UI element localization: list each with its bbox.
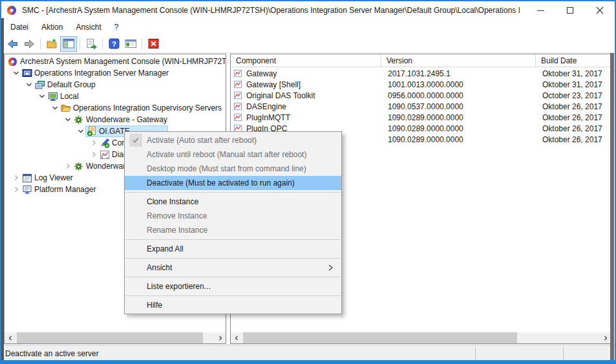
toolbar: ? [4, 35, 615, 53]
menu-item-desktop-mode: Desktop mode (Must start from command li… [125, 162, 341, 176]
list-row-gateway-shell[interactable]: Gateway [Shell] 1001.0013.0000.0000 Okto… [231, 79, 611, 90]
tree-item-root[interactable]: ArchestrA System Management Console (WIN… [5, 56, 226, 67]
status-separator [475, 347, 476, 360]
component-chart-icon [233, 113, 244, 122]
scroll-right-icon[interactable] [215, 332, 226, 343]
chevron-collapsed-icon[interactable] [89, 138, 99, 148]
console-window-button[interactable] [122, 36, 139, 52]
bottom-window-border [1, 360, 616, 364]
show-console-tree-button[interactable] [60, 36, 77, 52]
toolbar-separator [142, 38, 142, 50]
menu-item-hilfe[interactable]: Hilfe [125, 298, 341, 312]
window-title: SMC - [ArchestrA System Management Conso… [22, 6, 520, 15]
tree-item-server-manager[interactable]: Operations Integration Server Manager [5, 67, 226, 79]
menu-datei[interactable]: Datei [4, 20, 35, 34]
up-folder-icon [46, 38, 58, 50]
caption-buttons [526, 1, 615, 19]
menu-separator [125, 277, 341, 277]
tree-item-local[interactable]: Local [5, 91, 226, 102]
toolbar-separator [80, 38, 80, 50]
folder-open-icon [60, 103, 71, 113]
right-pane-horizontal-scrollbar[interactable] [231, 332, 611, 343]
toolbar-separator [102, 38, 103, 50]
close-icon [596, 6, 604, 14]
back-button[interactable] [4, 36, 21, 52]
chevron-expanded-icon[interactable] [37, 91, 47, 102]
list-row-gateway[interactable]: Gateway 2017.1031.2495.1 Oktober 31, 201… [231, 68, 611, 79]
menu-separator [125, 295, 341, 296]
tree-item-wonderware-gateway[interactable]: Wonderware - Gateway [5, 114, 226, 125]
submenu-arrow-icon [326, 263, 335, 274]
scroll-left-icon[interactable] [5, 332, 16, 343]
maximize-button[interactable] [555, 1, 585, 19]
column-header-build-date[interactable]: Build Date [536, 54, 611, 67]
column-header-component[interactable]: Component [231, 54, 381, 67]
menu-item-ansicht[interactable]: Ansicht [125, 261, 341, 275]
menu-separator [125, 239, 341, 240]
menu-aktion[interactable]: Aktion [35, 20, 69, 34]
menu-item-liste-exportieren[interactable]: Liste exportieren... [125, 279, 341, 294]
scrollbar-thumb[interactable] [243, 332, 517, 343]
left-pane-horizontal-scrollbar[interactable] [5, 332, 226, 343]
tree-item-default-group[interactable]: Default Group [5, 79, 226, 91]
export-list-icon [85, 38, 97, 50]
left-edge-strip [1, 18, 4, 363]
tree-item-supervisory-servers[interactable]: Operations Integration Supervisory Serve… [5, 102, 226, 114]
status-text: Deactivate an active server [1, 349, 99, 358]
chevron-collapsed-icon[interactable] [11, 184, 21, 195]
console-tree-icon [63, 38, 75, 49]
menu-item-deactivate[interactable]: Deactivate (Must be activated to run aga… [125, 176, 341, 190]
delete-button[interactable] [145, 36, 162, 52]
close-button[interactable] [585, 1, 615, 19]
menu-separator [125, 192, 341, 193]
gear-icon [73, 114, 84, 125]
list-row-pluginmqtt[interactable]: PlugInMQTT 1090.0289.0000.0000 Oktober 2… [231, 112, 611, 123]
computer-group-icon [34, 80, 45, 90]
minimize-button[interactable] [526, 1, 555, 19]
column-header-version[interactable]: Version [381, 54, 536, 67]
right-edge-strip [610, 53, 614, 361]
archestra-logo-icon [7, 56, 18, 67]
chevron-expanded-icon[interactable] [76, 126, 86, 136]
status-separator [563, 347, 564, 360]
server-manager-icon [21, 68, 32, 78]
smc-window: SMC - [ArchestrA System Management Conso… [0, 0, 616, 364]
chevron-collapsed-icon[interactable] [89, 149, 99, 160]
scroll-left-icon[interactable] [231, 332, 242, 343]
help-button[interactable]: ? [105, 36, 122, 52]
menu-item-clone-instance[interactable]: Clone Instance [125, 195, 341, 209]
menu-item-expand-all[interactable]: Expand All [125, 242, 341, 256]
maximize-icon [567, 7, 573, 14]
component-chart-icon [233, 69, 244, 78]
chevron-expanded-icon[interactable] [11, 68, 21, 78]
computer-icon [47, 91, 58, 102]
status-bar: Deactivate an active server [1, 345, 616, 361]
scrollbar-thumb[interactable] [17, 332, 203, 343]
menu-item-activate: Activate (Auto start after reboot) [125, 133, 341, 147]
component-chart-icon [233, 91, 244, 100]
list-row-dasengine[interactable]: DASEngine 1090.0537.0000.0000 Oktober 26… [231, 101, 611, 112]
gear-icon [73, 161, 84, 171]
list-row-original-das-toolkit[interactable]: Original DAS Toolkit 0956.0000.0000.0000… [231, 90, 611, 101]
up-one-level-button[interactable] [43, 36, 60, 52]
menu-item-rename-instance: Rename Instance [125, 223, 341, 237]
list-header: Component Version Build Date [231, 54, 611, 67]
menu-help[interactable]: ? [108, 20, 125, 34]
chevron-expanded-icon[interactable] [63, 114, 73, 125]
console-window-icon [125, 38, 137, 49]
log-viewer-icon [21, 173, 32, 183]
menu-bar: Datei Aktion Ansicht ? [4, 19, 615, 35]
export-list-button[interactable] [83, 36, 100, 52]
menu-ansicht[interactable]: Ansicht [69, 20, 107, 34]
menu-item-remove-instance: Remove Instance [125, 209, 341, 223]
chevron-collapsed-icon[interactable] [11, 173, 21, 183]
chevron-expanded-icon[interactable] [24, 80, 34, 90]
menu-item-activate-until-reboot: Activate until reboot (Manual start afte… [125, 147, 341, 162]
component-chart-icon [233, 102, 244, 111]
chevron-expanded-icon[interactable] [50, 103, 60, 113]
scroll-right-icon[interactable] [600, 332, 611, 343]
forward-button[interactable] [21, 36, 37, 52]
chevron-collapsed-icon[interactable] [63, 161, 73, 171]
svg-text:?: ? [111, 40, 116, 48]
minimize-icon [537, 10, 544, 11]
